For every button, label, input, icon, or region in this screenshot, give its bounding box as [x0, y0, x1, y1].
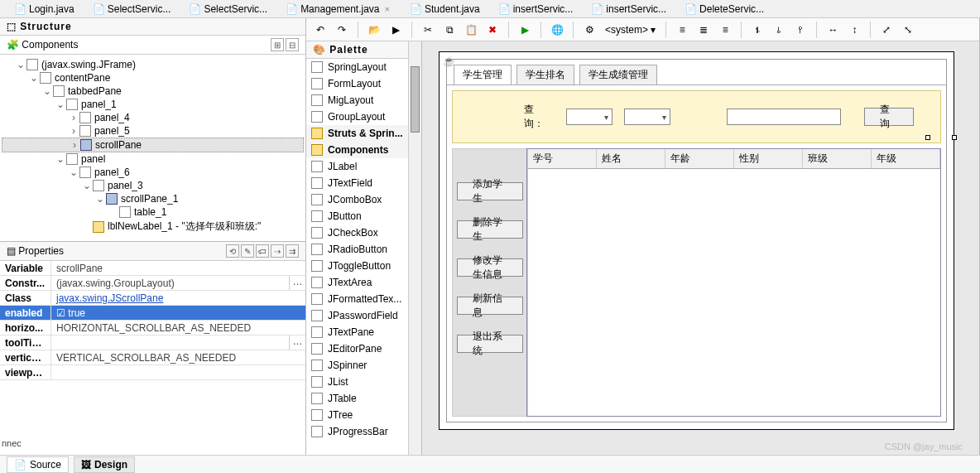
file-tab[interactable]: 📄SelectServic... [85, 2, 179, 17]
same-height-icon[interactable]: ↕ [845, 21, 863, 39]
palette-item[interactable]: JComboBox [306, 191, 421, 208]
props-btn-4[interactable]: ⇢ [271, 244, 284, 258]
palette-item[interactable]: MigLayout [306, 92, 421, 109]
palette-item[interactable]: Struts & Sprin... [306, 125, 421, 142]
tree-node[interactable]: ⌄(javax.swing.JFrame) [2, 58, 304, 71]
search-button[interactable]: 查询 [864, 108, 914, 126]
design-canvas-frame[interactable]: ☕ 学生管理 学生排名 学生成绩管理 查询： [439, 51, 954, 430]
palette-list[interactable]: SpringLayoutFormLayoutMigLayoutGroupLayo… [306, 59, 421, 455]
tree-twisty-icon[interactable]: ⌄ [81, 180, 93, 191]
file-tab[interactable]: 📄Login.java [7, 2, 82, 17]
component-tree[interactable]: ⌄(javax.swing.JFrame)⌄contentPane⌄tabbed… [0, 55, 305, 241]
tree-node[interactable]: ⌄panel [2, 152, 304, 166]
tree-node[interactable]: ⌄panel_6 [2, 166, 304, 179]
scrollpane-selected[interactable]: 学号 姓名 年龄 性别 班级 年级 [527, 149, 940, 416]
file-tab[interactable]: 📄insertServic... [584, 2, 674, 17]
file-tab[interactable]: 📄DeleteServic... [677, 2, 771, 17]
tree-node[interactable]: ⌄tabbedPane [2, 84, 304, 98]
palette-item[interactable]: JTextPane [306, 324, 421, 340]
palette-item[interactable]: JTextArea [306, 274, 421, 291]
more-icon[interactable]: … [289, 335, 305, 350]
property-row[interactable]: VariablescrollPane [0, 261, 305, 276]
property-value[interactable] [51, 365, 305, 379]
run-icon[interactable]: ▶ [516, 21, 534, 39]
property-row[interactable]: Classjavax.swing.JScrollPane [0, 291, 305, 306]
app-tab[interactable]: 学生成绩管理 [579, 65, 657, 84]
goto-icon[interactable]: ⇉ [286, 244, 299, 258]
file-tab[interactable]: 📄insertServic... [491, 2, 581, 17]
side-button[interactable]: 修改学生信息 [457, 258, 523, 277]
preview-icon[interactable]: ▶ [387, 21, 405, 39]
tree-node[interactable]: table_1 [2, 205, 304, 219]
tree-node[interactable]: ›panel_4 [2, 111, 304, 124]
more-icon[interactable]: … [289, 276, 305, 290]
tree-twisty-icon[interactable]: ⌄ [68, 167, 79, 178]
property-value[interactable]: HORIZONTAL_SCROLLBAR_AS_NEEDED [51, 321, 305, 335]
globe-icon[interactable]: 🌐 [548, 21, 566, 39]
palette-item[interactable]: JList [306, 374, 421, 390]
side-button[interactable]: 刷新信息 [457, 297, 523, 315]
property-row[interactable]: horizo...HORIZONTAL_SCROLLBAR_AS_NEEDED [0, 321, 305, 335]
palette-item[interactable]: Components [306, 142, 421, 158]
tree-twisty-icon[interactable]: › [69, 139, 80, 151]
tree-node[interactable]: ›scrollPane [2, 138, 304, 152]
property-value[interactable]: VERTICAL_SCROLLBAR_AS_NEEDED [51, 350, 305, 364]
tree-node[interactable]: ›panel_5 [2, 124, 304, 138]
palette-item[interactable]: GroupLayout [306, 109, 421, 125]
resize-handle-icon[interactable] [952, 135, 957, 140]
collapse-icon[interactable]: ⤡ [899, 21, 917, 39]
palette-item[interactable]: SpringLayout [306, 59, 421, 75]
undo-icon[interactable]: ↶ [311, 21, 329, 39]
copy-icon[interactable]: ⧉ [440, 21, 459, 39]
property-value[interactable] [51, 335, 289, 350]
palette-item[interactable]: JButton [306, 208, 421, 224]
palette-item[interactable]: JTable [306, 390, 421, 407]
combo-2[interactable]: ▾ [624, 109, 670, 125]
file-tab[interactable]: 📄Student.java [402, 2, 488, 17]
palette-item[interactable]: JCheckBox [306, 224, 421, 241]
align-left-icon[interactable]: ≡ [673, 21, 691, 39]
align-right-icon[interactable]: ≡ [716, 21, 734, 39]
tree-node[interactable]: ⌄contentPane [2, 71, 304, 84]
expand-icon[interactable]: ⤢ [877, 21, 896, 39]
align-bottom-icon[interactable]: ⫯ [791, 21, 809, 39]
file-tab[interactable]: 📄Management.java× [278, 2, 399, 17]
property-value[interactable]: ☑ true [51, 306, 305, 320]
design-tab[interactable]: 🖼Design [74, 456, 135, 473]
file-tab[interactable]: 📄SelectServic... [181, 2, 275, 17]
same-width-icon[interactable]: ↔ [824, 21, 842, 39]
property-row[interactable]: enabled☑ true [0, 306, 305, 321]
palette-item[interactable]: JPasswordField [306, 307, 421, 324]
delete-icon[interactable]: ✖ [483, 21, 502, 39]
checkbox-icon[interactable]: ☑ [56, 307, 65, 319]
props-btn-2[interactable]: ✎ [241, 244, 254, 258]
palette-item[interactable]: JProgressBar [306, 423, 421, 440]
palette-item[interactable]: JRadioButton [306, 241, 421, 258]
collapse-all-icon[interactable]: ⊟ [286, 38, 299, 51]
side-button[interactable]: 添加学生 [457, 182, 523, 200]
property-row[interactable]: vertical...VERTICAL_SCROLLBAR_AS_NEEDED [0, 350, 305, 365]
palette-item[interactable]: JEditorPane [306, 340, 421, 357]
tree-twisty-icon[interactable]: ⌄ [55, 99, 66, 110]
tree-twisty-icon[interactable]: ⌄ [28, 72, 40, 84]
tree-twisty-icon[interactable]: ⌄ [94, 193, 106, 205]
property-value[interactable]: (javax.swing.GroupLayout) [51, 276, 289, 290]
tree-twisty-icon[interactable]: › [68, 125, 79, 137]
palette-item[interactable]: JLabel [306, 158, 421, 175]
tree-twisty-icon[interactable]: ⌄ [41, 85, 53, 97]
tree-twisty-icon[interactable]: ⌄ [15, 59, 26, 70]
side-button[interactable]: 删除学生 [457, 220, 523, 239]
combo-1[interactable]: ▾ [566, 109, 612, 125]
redo-icon[interactable]: ↷ [333, 21, 351, 39]
align-top-icon[interactable]: ⫮ [748, 21, 766, 39]
cut-icon[interactable]: ✂ [419, 21, 437, 39]
property-value[interactable]: javax.swing.JScrollPane [51, 291, 305, 305]
props-btn-3[interactable]: 🏷 [256, 244, 269, 258]
palette-item[interactable]: JTextField [306, 175, 421, 191]
close-icon[interactable]: × [383, 4, 392, 14]
tree-twisty-icon[interactable]: ⌄ [55, 153, 66, 165]
palette-item[interactable]: JFormattedTex... [306, 291, 421, 307]
system-icon[interactable]: ⚙ [580, 21, 598, 39]
palette-item[interactable]: JTree [306, 407, 421, 423]
align-center-icon[interactable]: ≣ [694, 21, 713, 39]
